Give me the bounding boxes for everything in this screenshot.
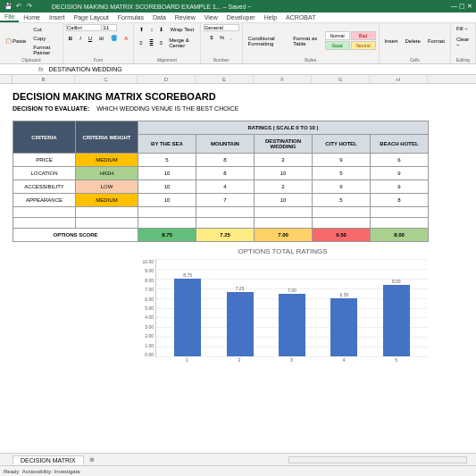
fill-button[interactable]: Fill ~ xyxy=(454,24,471,33)
col-header[interactable]: C xyxy=(75,75,138,83)
tab-page-layout[interactable]: Page Layout xyxy=(69,13,113,22)
spreadsheet-grid[interactable]: DECISION MAKING MATRIX SCOREBOARD DECISI… xyxy=(0,84,476,459)
tab-help[interactable]: Help xyxy=(260,13,281,22)
align-bot-icon[interactable]: ⬇ xyxy=(156,24,166,34)
chart-bar xyxy=(279,294,305,356)
currency-icon[interactable]: $ xyxy=(207,33,215,42)
paste-button[interactable]: 📋Paste xyxy=(3,36,29,46)
col-header[interactable]: E xyxy=(196,75,254,83)
fx-icon[interactable]: fx xyxy=(36,66,46,72)
group-alignment: ⬆ ↕ ⬇ Wrap Text ≡ ≣ ≡ Merge & Center Ali… xyxy=(134,23,200,63)
sheet-tab[interactable]: DECISION MATRIX xyxy=(13,455,84,464)
fill-color-button[interactable]: 🪣 xyxy=(108,33,120,43)
col-header[interactable]: G xyxy=(312,75,370,83)
chart-y-axis: 10.009.008.007.006.005.004.003.002.001.0… xyxy=(138,259,155,357)
status-bar: Ready Accessibility: Investigate xyxy=(0,465,476,476)
font-color-button[interactable]: A xyxy=(121,33,130,43)
bold-button[interactable]: B xyxy=(66,33,75,43)
formula-bar: fx DESTINATION WEDDING xyxy=(0,64,476,75)
horizontal-scrollbar[interactable] xyxy=(288,456,467,463)
style-neutral[interactable]: Neutral xyxy=(351,41,376,50)
column-headers: BCDEFGH xyxy=(0,75,476,84)
undo-icon[interactable]: ↶ xyxy=(14,2,23,11)
chart-title: OPTIONS TOTAL RATINGS xyxy=(138,247,428,255)
select-all-corner[interactable] xyxy=(0,75,13,83)
window-controls[interactable]: — ▢ ✕ xyxy=(451,3,472,10)
font-size-input[interactable] xyxy=(103,24,117,31)
title-bar: 💾 ↶ ↷ DECISION MAKING MATRIX SCOREBOARD … xyxy=(0,0,476,13)
add-sheet-button[interactable]: ⊕ xyxy=(84,456,100,463)
chart-bar xyxy=(330,298,357,356)
col-header[interactable]: B xyxy=(13,75,75,83)
align-right-icon[interactable]: ≡ xyxy=(157,36,166,50)
group-clipboard: 📋Paste Cut Copy Format Painter Clipboard xyxy=(0,23,63,63)
col-header[interactable]: H xyxy=(370,75,428,83)
ribbon-tabs: FileHomeInsertPage LayoutFormulasDataRev… xyxy=(0,13,476,23)
status-ready: Ready xyxy=(4,469,19,474)
number-format-input[interactable] xyxy=(204,24,239,31)
tab-view[interactable]: View xyxy=(200,13,222,22)
save-icon[interactable]: 💾 xyxy=(4,2,13,11)
decision-matrix-table: CRITERIACRITERIA WEIGHTRATINGS ( SCALE 0… xyxy=(13,121,429,242)
percent-icon[interactable]: % xyxy=(217,33,227,42)
align-center-icon[interactable]: ≣ xyxy=(146,36,156,50)
chart-bar xyxy=(227,292,254,357)
group-cells: Insert Delete Format Cells xyxy=(380,23,451,63)
align-mid-icon[interactable]: ↕ xyxy=(147,24,155,34)
clear-button[interactable]: Clear ~ xyxy=(454,35,472,49)
tab-review[interactable]: Review xyxy=(171,13,200,22)
tab-developer[interactable]: Developer xyxy=(222,13,260,22)
chart-container: OPTIONS TOTAL RATINGS 10.009.008.007.006… xyxy=(138,247,428,363)
align-top-icon[interactable]: ⬆ xyxy=(137,24,146,34)
group-editing: Fill ~ Clear ~ Editing xyxy=(451,23,476,63)
ribbon: 📋Paste Cut Copy Format Painter Clipboard… xyxy=(0,23,476,64)
col-header[interactable]: F xyxy=(254,75,312,83)
tab-home[interactable]: Home xyxy=(19,13,45,22)
file-name: DECISION MAKING MATRIX SCOREBOARD EXAMPL… xyxy=(52,4,251,10)
chart-bar xyxy=(174,279,201,357)
copy-button[interactable]: Copy xyxy=(30,34,59,43)
conditional-formatting-button[interactable]: Conditional Formatting xyxy=(246,34,289,48)
col-header[interactable]: D xyxy=(138,75,196,83)
style-bad[interactable]: Bad xyxy=(351,31,376,40)
format-as-table-button[interactable]: Format as Table xyxy=(290,34,322,48)
underline-button[interactable]: U xyxy=(86,33,95,43)
merge-button[interactable]: Merge & Center xyxy=(166,36,196,50)
insert-button[interactable]: Insert xyxy=(382,37,401,46)
delete-button[interactable]: Delete xyxy=(403,37,423,46)
chart-bar xyxy=(383,285,410,356)
formula-input[interactable]: DESTINATION WEDDING xyxy=(46,66,476,72)
style-normal[interactable]: Normal xyxy=(325,31,350,40)
status-accessibility: Accessibility: Investigate xyxy=(22,469,80,474)
chart-plot: 8.757.257.006.508.00 xyxy=(155,259,428,357)
tab-file[interactable]: File xyxy=(0,13,19,22)
group-number: $ % , Number xyxy=(201,23,243,63)
align-left-icon[interactable]: ≡ xyxy=(137,36,146,50)
comma-icon[interactable]: , xyxy=(228,33,235,42)
format-painter-button[interactable]: Format Painter xyxy=(30,43,59,57)
sheet-tabs: DECISION MATRIX ⊕ xyxy=(0,453,476,465)
group-styles: Conditional Formatting Format as Table N… xyxy=(243,23,380,63)
font-name-input[interactable] xyxy=(66,24,102,31)
tab-acrobat[interactable]: ACROBAT xyxy=(281,13,320,22)
cut-button[interactable]: Cut xyxy=(30,25,59,34)
tab-insert[interactable]: Insert xyxy=(45,13,70,22)
page-title: DECISION MAKING MATRIX SCOREBOARD xyxy=(13,91,429,102)
style-good[interactable]: Good xyxy=(325,41,350,50)
tab-formulas[interactable]: Formulas xyxy=(113,13,148,22)
border-button[interactable]: ⊞ xyxy=(96,33,106,43)
wrap-text-button[interactable]: Wrap Text xyxy=(167,24,196,34)
tab-data[interactable]: Data xyxy=(148,13,171,22)
chart-x-axis: 12345 xyxy=(155,357,428,363)
group-font: B I U ⊞ 🪣 A Font xyxy=(63,23,134,63)
redo-icon[interactable]: ↷ xyxy=(25,2,34,11)
decision-evaluate: DECISION TO EVALUATE: WHICH WEDDING VENU… xyxy=(13,105,429,112)
italic-button[interactable]: I xyxy=(77,33,84,43)
format-button[interactable]: Format xyxy=(425,37,447,46)
